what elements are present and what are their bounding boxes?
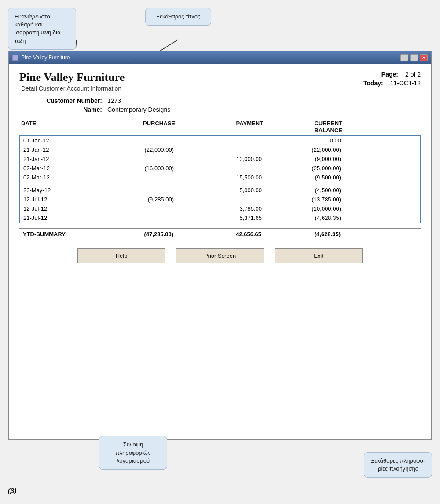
table-spacer [20,182,420,186]
customer-info: Customer Number: 1273 Name: Contemporary… [19,97,421,113]
callout-topleft: Ευανάγνωστο: καθαρή και ισορροπημένη διά… [8,8,76,50]
callout-bottomright: Ξεκάθαρες πληροφο-ρίες πλοήγησης [364,452,432,478]
report-title-block: Pine Valley Furniture Detail Customer Ac… [19,71,125,92]
cell-date: 12-Jul-12 [22,196,88,203]
table-row: 21-Jan-12 (22,000.00) (22,000.00) [20,145,420,154]
cell-payment: 15,500.00 [176,174,264,181]
col-balance: CURRENTBALANCE [263,120,342,134]
today-row: Today: 11-OCT-12 [363,80,421,87]
exit-button[interactable]: Exit [275,248,363,263]
report-title: Pine Valley Furniture [19,71,125,84]
col-purchase: PURCHASE [87,120,175,134]
cell-date: 02-Mar-12 [22,174,88,181]
table-row: 12-Jul-12 (9,285.00) (13,785.00) [20,195,420,204]
table-row: 02-Mar-12 (16,000.00) (25,000.00) [20,164,420,173]
cell-purchase [88,205,176,212]
summary-row: YTD-SUMMARY (47,285.00) 42,656.65 (4,628… [19,228,421,240]
cell-balance: (4,500.00) [264,186,343,194]
table-row: 12-Jul-12 3,785.00 (10,000.00) [20,204,420,213]
table-row: 01-Jan-12 0.00 [20,136,420,145]
customer-name-label: Name: [19,106,107,113]
customer-number-label: Customer Number: [19,97,107,104]
cell-purchase [88,214,176,222]
customer-name-row: Name: Contemporary Designs [19,106,421,113]
table-row: 23-May-12 5,000.00 (4,500.00) [20,186,420,195]
cell-balance: 0.00 [264,137,343,144]
callout-topmid: Ξεκάθαρος τίτλος [145,8,211,26]
cell-balance: (9,500.00) [264,174,343,181]
cell-payment [176,164,264,172]
minimize-button[interactable]: — [400,54,408,61]
window-titlebar: Pine Valley Furniture — □ ✕ [9,51,431,64]
summary-label: YTD-SUMMARY [21,230,87,238]
customer-name-value: Contemporary Designs [107,106,170,113]
maximize-button[interactable]: □ [410,54,418,61]
cell-payment: 5,371.65 [176,214,264,222]
window-icon [12,55,18,61]
cell-payment [176,146,264,153]
cell-purchase: (22,000.00) [88,146,176,153]
col-date: DATE [21,120,87,134]
cell-payment: 3,785.00 [176,205,264,212]
callout-bottomleft: Σύνοψη πληροφοριών λογαριασμού [99,436,167,470]
cell-date: 23-May-12 [22,186,88,194]
cell-balance: (25,000.00) [264,164,343,172]
cell-balance: (4,628.35) [264,214,343,222]
cell-date: 02-Mar-12 [22,164,88,172]
help-button[interactable]: Help [77,248,165,263]
cell-purchase: (16,000.00) [88,164,176,172]
main-window: Pine Valley Furniture — □ ✕ Pine Valley … [8,51,432,440]
summary-balance: (4,628.35) [263,230,342,238]
cell-purchase [88,174,176,181]
cell-date: 21-Jan-12 [22,155,88,163]
close-button[interactable]: ✕ [420,54,428,61]
report-meta: Page: 2 of 2 Today: 11-OCT-12 [363,71,421,88]
cell-payment [176,196,264,203]
customer-number-value: 1273 [107,97,121,104]
summary-payment: 42,656.65 [175,230,263,238]
cell-date: 01-Jan-12 [22,137,88,144]
today-label: Today: [363,80,383,87]
today-value: 11-OCT-12 [390,80,421,87]
cell-date: 21-Jul-12 [22,214,88,222]
table-row: 21-Jan-12 13,000.00 (9,000.00) [20,154,420,164]
data-table: 01-Jan-12 0.00 21-Jan-12 (22,000.00) (22… [19,135,421,223]
customer-number-row: Customer Number: 1273 [19,97,421,104]
col-payment: PAYMENT [175,120,263,134]
cell-balance: (9,000.00) [264,155,343,163]
cell-purchase: (9,285.00) [88,196,176,203]
cell-payment: 13,000.00 [176,155,264,163]
cell-purchase [88,137,176,144]
report-header: Pine Valley Furniture Detail Customer Ac… [19,71,421,92]
cell-date: 12-Jul-12 [22,205,88,212]
summary-purchase: (47,285.00) [87,230,175,238]
cell-payment: 5,000.00 [176,186,264,194]
cell-purchase [88,186,176,194]
page-label: Page: [381,71,398,78]
cell-balance: (13,785.00) [264,196,343,203]
window-content: Pine Valley Furniture Detail Customer Ac… [9,64,431,439]
table-headers: DATE PURCHASE PAYMENT CURRENTBALANCE [19,120,421,134]
cell-date: 21-Jan-12 [22,146,88,153]
beta-label: (β) [8,487,16,494]
window-controls[interactable]: — □ ✕ [400,54,428,61]
report-subtitle: Detail Customer Account Information [21,85,125,92]
cell-balance: (22,000.00) [264,146,343,153]
cell-balance: (10,000.00) [264,205,343,212]
page-row: Page: 2 of 2 [363,71,421,78]
cell-payment [176,137,264,144]
prior-screen-button[interactable]: Prior Screen [176,248,264,263]
table-row: 21-Jul-12 5,371.65 (4,628.35) [20,213,420,223]
window-title: Pine Valley Furniture [12,55,70,61]
cell-purchase [88,155,176,163]
button-row: Help Prior Screen Exit [19,248,421,263]
table-row: 02-Mar-12 15,500.00 (9,500.00) [20,173,420,182]
page-value: 2 of 2 [405,71,421,78]
